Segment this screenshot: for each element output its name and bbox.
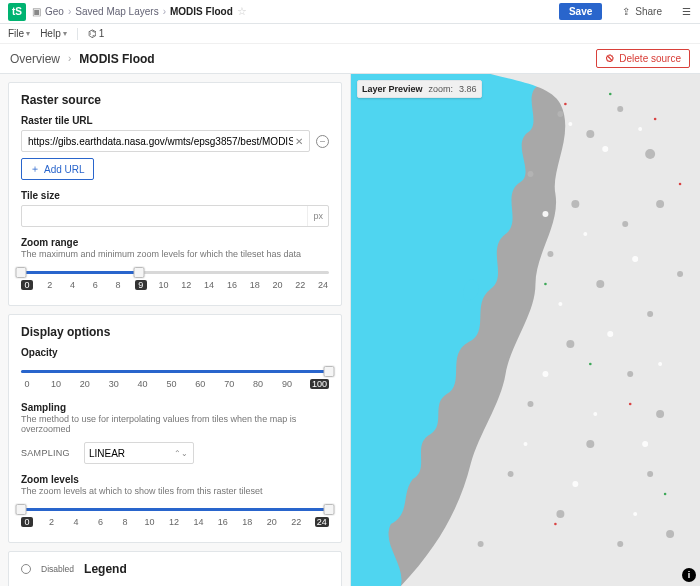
slider-tick: 40 bbox=[137, 379, 149, 389]
map-preview[interactable]: Layer Preview zoom: 3.86 i bbox=[350, 74, 700, 586]
svg-point-24 bbox=[568, 122, 572, 126]
svg-point-25 bbox=[602, 146, 608, 152]
slider-tick: 6 bbox=[94, 517, 106, 527]
crumb-sep: › bbox=[68, 6, 71, 17]
svg-point-34 bbox=[593, 412, 597, 416]
slider-tick: 20 bbox=[79, 379, 91, 389]
svg-point-15 bbox=[656, 410, 664, 418]
slider-tick: 18 bbox=[249, 280, 261, 290]
tab-overview[interactable]: Overview bbox=[10, 52, 60, 66]
svg-point-29 bbox=[632, 256, 638, 262]
slider-tick: 30 bbox=[108, 379, 120, 389]
zoom-levels-label: Zoom levels bbox=[21, 474, 329, 485]
zoom-levels-slider[interactable]: 024681012141618202224 bbox=[21, 502, 329, 530]
svg-point-46 bbox=[589, 363, 592, 366]
opacity-handle[interactable] bbox=[324, 366, 335, 377]
map-canvas[interactable] bbox=[351, 74, 700, 586]
add-url-button[interactable]: ＋ Add URL bbox=[21, 158, 94, 180]
zoom-value: 3.86 bbox=[459, 84, 477, 94]
zoom-range-label: Zoom range bbox=[21, 237, 329, 248]
graph-count: 1 bbox=[99, 28, 105, 39]
sampling-label: Sampling bbox=[21, 402, 329, 413]
crumb-saved-layers[interactable]: Saved Map Layers bbox=[75, 6, 158, 17]
slider-tick: 2 bbox=[45, 517, 57, 527]
clear-icon[interactable]: ✕ bbox=[293, 136, 305, 147]
svg-point-38 bbox=[633, 512, 637, 516]
add-url-label: Add URL bbox=[44, 164, 85, 175]
share-icon: ⇪ bbox=[620, 6, 632, 17]
svg-point-39 bbox=[564, 103, 567, 106]
crumb-sep: › bbox=[163, 6, 166, 17]
menu-graph-count[interactable]: ⌬1 bbox=[88, 28, 105, 39]
slider-tick: 100 bbox=[310, 379, 329, 389]
zoom-levels-handle-min[interactable] bbox=[16, 504, 27, 515]
slider-tick: 9 bbox=[135, 280, 147, 290]
tile-size-suffix: px bbox=[307, 206, 328, 226]
svg-point-45 bbox=[544, 283, 547, 286]
svg-point-12 bbox=[677, 271, 683, 277]
zoom-levels-help: The zoom levels at which to show tiles f… bbox=[21, 486, 329, 496]
panel-toggle-icon[interactable]: ☰ bbox=[680, 6, 692, 17]
share-button[interactable]: ⇪ Share bbox=[620, 6, 662, 17]
menu-file[interactable]: File▾ bbox=[8, 28, 30, 39]
page-title: MODIS Flood bbox=[79, 52, 154, 66]
slider-tick: 22 bbox=[294, 280, 306, 290]
svg-point-17 bbox=[586, 440, 594, 448]
svg-point-10 bbox=[596, 280, 604, 288]
remove-url-button[interactable]: – bbox=[316, 135, 329, 148]
info-icon[interactable]: i bbox=[682, 568, 696, 582]
crumb-geo[interactable]: Geo bbox=[45, 6, 64, 17]
zoom-levels-handle-max[interactable] bbox=[324, 504, 335, 515]
svg-point-37 bbox=[572, 481, 578, 487]
chevron-right-icon: › bbox=[68, 53, 71, 64]
svg-point-47 bbox=[664, 493, 667, 496]
save-button[interactable]: Save bbox=[559, 3, 602, 20]
raster-url-label: Raster tile URL bbox=[21, 115, 329, 126]
svg-point-14 bbox=[627, 371, 633, 377]
slider-tick: 14 bbox=[192, 517, 204, 527]
svg-point-42 bbox=[629, 403, 632, 406]
zoom-range-slider[interactable]: 0246891012141618202224 bbox=[21, 265, 329, 293]
raster-url-input[interactable] bbox=[28, 136, 293, 147]
svg-point-7 bbox=[622, 221, 628, 227]
zoom-label: zoom: bbox=[429, 84, 454, 94]
menu-file-label: File bbox=[8, 28, 24, 39]
layer-preview-badge: Layer Preview zoom: 3.86 bbox=[357, 80, 482, 98]
svg-point-40 bbox=[654, 118, 657, 121]
delete-source-label: Delete source bbox=[619, 53, 681, 64]
svg-point-35 bbox=[642, 441, 648, 447]
svg-point-44 bbox=[609, 93, 612, 96]
layer-preview-label: Layer Preview bbox=[362, 84, 423, 94]
opacity-label: Opacity bbox=[21, 347, 329, 358]
svg-point-9 bbox=[547, 251, 553, 257]
zoom-range-handle-max[interactable] bbox=[134, 267, 145, 278]
slider-tick: 14 bbox=[203, 280, 215, 290]
slider-tick: 0 bbox=[21, 379, 33, 389]
svg-point-26 bbox=[638, 127, 642, 131]
opacity-slider[interactable]: 0102030405060708090100 bbox=[21, 364, 329, 392]
tile-size-input[interactable] bbox=[22, 211, 307, 222]
svg-point-28 bbox=[583, 232, 587, 236]
slider-tick: 0 bbox=[21, 517, 33, 527]
slider-tick: 16 bbox=[217, 517, 229, 527]
svg-point-32 bbox=[658, 362, 662, 366]
delete-source-button[interactable]: 🛇 Delete source bbox=[596, 49, 690, 68]
legend-disabled-radio[interactable] bbox=[21, 564, 31, 574]
slider-tick: 90 bbox=[281, 379, 293, 389]
slider-tick: 60 bbox=[194, 379, 206, 389]
slider-tick: 2 bbox=[44, 280, 56, 290]
slider-tick: 10 bbox=[50, 379, 62, 389]
menu-help[interactable]: Help▾ bbox=[40, 28, 67, 39]
slider-tick: 20 bbox=[271, 280, 283, 290]
sampling-select[interactable]: LINEAR bbox=[84, 442, 194, 464]
caret-down-icon: ▾ bbox=[63, 29, 67, 38]
menu-help-label: Help bbox=[40, 28, 61, 39]
star-icon[interactable]: ☆ bbox=[237, 5, 247, 18]
svg-point-20 bbox=[556, 510, 564, 518]
svg-point-1 bbox=[557, 111, 563, 117]
zoom-range-handle-min[interactable] bbox=[16, 267, 27, 278]
svg-point-5 bbox=[527, 171, 533, 177]
slider-tick: 16 bbox=[226, 280, 238, 290]
zoom-range-help: The maximum and minimum zoom levels for … bbox=[21, 249, 329, 259]
app-logo: tS bbox=[8, 3, 26, 21]
